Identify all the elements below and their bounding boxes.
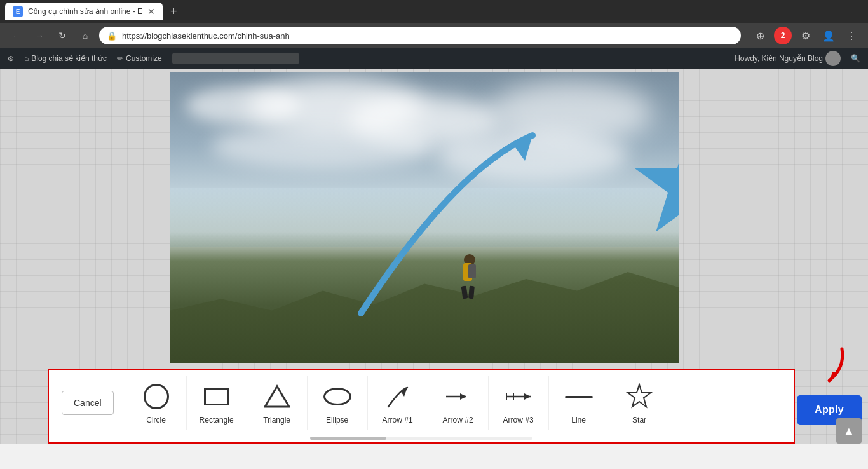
shape-item-arrow2[interactable]: Arrow #2 (428, 376, 489, 430)
wp-icon: ⊛ (8, 54, 14, 63)
tab-title: Công cụ chỉnh sửa ảnh online - E (28, 7, 142, 16)
arrow2-shape-icon (444, 390, 473, 403)
home-button[interactable]: ⌂ (76, 27, 94, 44)
wp-admin-bar: ⊛ ⌂ Blog chia sẻ kiến thức ✏ Customize H… (0, 48, 868, 69)
tab-close-button[interactable]: ✕ (147, 6, 155, 17)
star-shape-icon (625, 383, 654, 411)
wp-bar-right: Howdy, Kiên Nguyễn Blog 🔍 (735, 51, 860, 66)
browser-extension-icons: ⊕ 2 ⚙ 👤 ⋮ (751, 27, 860, 44)
svg-marker-7 (524, 393, 531, 400)
arrow1-shape-icon (383, 383, 412, 411)
svg-marker-10 (628, 384, 651, 407)
red-arrow-icon (807, 346, 851, 390)
extension-icon-1[interactable]: ⊕ (751, 27, 769, 44)
wp-howdy[interactable]: Howdy, Kiên Nguyễn Blog (735, 51, 841, 66)
cancel-button-wrapper: Cancel (53, 386, 123, 420)
shape-item-ellipse[interactable]: Ellipse (308, 376, 368, 430)
ellipse-icon (322, 381, 353, 412)
arrow3-shape-icon (504, 390, 533, 403)
rectangle-label: Rectangle (200, 416, 234, 425)
address-bar[interactable]: 🔒 https://blogchiasekienthuc.com/chinh-s… (99, 27, 741, 44)
new-tab-button[interactable]: + (165, 5, 182, 18)
profile-icon[interactable]: 👤 (820, 27, 837, 44)
svg-overlay (170, 72, 679, 363)
url-text: https://blogchiasekienthuc.com/chinh-sua… (122, 31, 733, 41)
shape-item-triangle[interactable]: Triangle (247, 376, 308, 430)
line-icon (563, 381, 595, 412)
reload-button[interactable]: ↻ (53, 27, 71, 44)
tab-bar: E Công cụ chỉnh sửa ảnh online - E ✕ + (0, 0, 868, 23)
ellipse-label: Ellipse (326, 416, 348, 425)
arrow2-icon (442, 381, 474, 412)
arrow1-icon (382, 381, 414, 412)
line-shape-icon (565, 396, 593, 398)
arrow2-label: Arrow #2 (443, 416, 473, 425)
forward-button[interactable]: → (31, 27, 48, 44)
menu-icon[interactable]: ⋮ (843, 27, 860, 44)
circle-icon (140, 381, 172, 412)
browser-toolbar: ← → ↻ ⌂ 🔒 https://blogchiasekienthuc.com… (0, 23, 868, 48)
arrow1-label: Arrow #1 (383, 416, 413, 425)
lock-icon: 🔒 (107, 31, 117, 41)
shape-item-line[interactable]: Line (549, 376, 609, 430)
toolbar-scroll-indicator (49, 435, 794, 442)
red-arrow-container (807, 346, 851, 390)
shape-item-arrow3[interactable]: Arrow #3 (489, 376, 549, 430)
active-tab[interactable]: E Công cụ chỉnh sửa ảnh online - E ✕ (5, 3, 163, 20)
photo-scene (170, 72, 679, 363)
back-button[interactable]: ← (8, 27, 25, 44)
shape-toolbar: Cancel Circle Rectangle (49, 370, 794, 435)
arrow3-icon (503, 381, 534, 412)
wp-edit-icon: ✏ (117, 54, 123, 63)
triangle-shape-icon (264, 384, 290, 409)
extension-icon-2[interactable]: 2 (774, 27, 792, 44)
photo-canvas (170, 72, 679, 363)
ellipse-shape-icon (323, 388, 351, 405)
svg-marker-2 (265, 386, 289, 407)
main-area: Cancel Circle Rectangle (0, 69, 868, 444)
shape-item-rectangle[interactable]: Rectangle (187, 376, 247, 430)
star-label: Star (632, 416, 646, 425)
rectangle-icon (201, 381, 233, 412)
tab-favicon: E (13, 6, 23, 17)
rectangle-shape-icon (204, 388, 229, 405)
svg-marker-1 (635, 129, 679, 232)
wp-customize[interactable]: ✏ Customize (117, 54, 162, 63)
arrow3-label: Arrow #3 (503, 416, 534, 425)
wp-logo[interactable]: ⊛ (8, 54, 14, 63)
triangle-label: Triangle (263, 416, 290, 425)
circle-shape-icon (144, 384, 169, 409)
wp-home-icon: ⌂ (24, 54, 29, 63)
wp-site-name[interactable]: ⌂ Blog chia sẻ kiến thức (24, 54, 107, 63)
extension-icon-3[interactable]: ⚙ (797, 27, 815, 44)
wp-menu-blurred (172, 53, 299, 64)
line-label: Line (571, 416, 586, 425)
apply-section: Apply (797, 346, 862, 425)
triangle-icon (261, 381, 293, 412)
wp-avatar (825, 51, 841, 66)
shape-item-circle[interactable]: Circle (126, 376, 187, 430)
scroll-top-button[interactable]: ▲ (836, 418, 862, 444)
browser-chrome: E Công cụ chỉnh sửa ảnh online - E ✕ + ←… (0, 0, 868, 48)
scroll-track (310, 437, 532, 440)
circle-label: Circle (146, 416, 166, 425)
shape-toolbar-panel: Cancel Circle Rectangle (48, 369, 795, 444)
svg-marker-5 (460, 393, 466, 400)
star-icon (623, 381, 655, 412)
cancel-button[interactable]: Cancel (62, 391, 114, 415)
wp-search-button[interactable]: 🔍 (851, 54, 860, 63)
scroll-thumb (310, 437, 386, 440)
shape-item-star[interactable]: Star (609, 376, 670, 430)
shape-item-arrow1[interactable]: Arrow #1 (368, 376, 428, 430)
